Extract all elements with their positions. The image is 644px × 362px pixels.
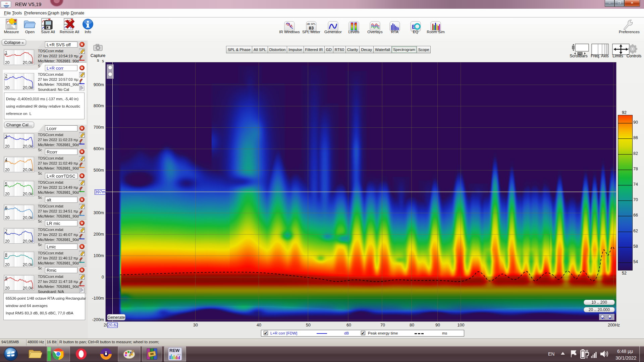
svg-text:V5.1: V5.1 [177,354,181,356]
svg-text:dB SPL: dB SPL [307,22,316,25]
svg-text:EN: EN [548,351,554,357]
svg-text:6:48 μμ: 6:48 μμ [617,349,633,354]
svg-text:REW: REW [169,348,180,353]
svg-text:30/1/2022: 30/1/2022 [615,355,636,361]
